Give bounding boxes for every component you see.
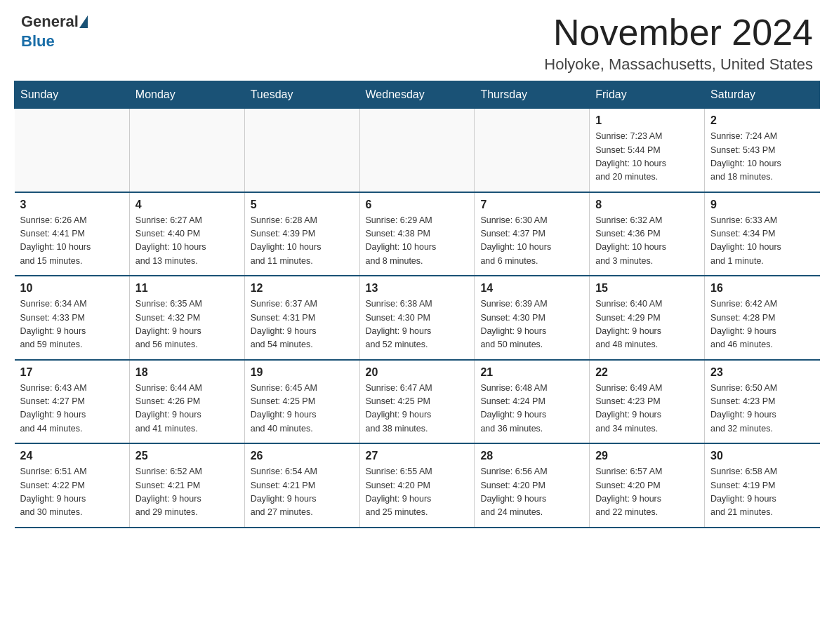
day-number: 3	[20, 199, 124, 211]
day-info: Sunrise: 6:52 AM Sunset: 4:21 PM Dayligh…	[135, 465, 239, 520]
day-info: Sunrise: 6:35 AM Sunset: 4:32 PM Dayligh…	[135, 297, 239, 352]
calendar-cell: 26Sunrise: 6:54 AM Sunset: 4:21 PM Dayli…	[244, 443, 359, 528]
day-info: Sunrise: 6:30 AM Sunset: 4:37 PM Dayligh…	[480, 214, 583, 269]
week-row-2: 3Sunrise: 6:26 AM Sunset: 4:41 PM Daylig…	[15, 192, 820, 276]
week-row-1: 1Sunrise: 7:23 AM Sunset: 5:44 PM Daylig…	[15, 109, 820, 192]
day-number: 11	[135, 282, 239, 295]
day-info: Sunrise: 6:26 AM Sunset: 4:41 PM Dayligh…	[20, 214, 124, 269]
day-info: Sunrise: 6:50 AM Sunset: 4:23 PM Dayligh…	[710, 382, 814, 436]
calendar-cell: 29Sunrise: 6:57 AM Sunset: 4:20 PM Dayli…	[590, 443, 705, 528]
header-row: SundayMondayTuesdayWednesdayThursdayFrid…	[15, 81, 820, 109]
day-number: 23	[710, 366, 814, 379]
calendar-cell	[359, 109, 475, 192]
day-info: Sunrise: 6:58 AM Sunset: 4:19 PM Dayligh…	[710, 465, 814, 520]
day-info: Sunrise: 6:39 AM Sunset: 4:30 PM Dayligh…	[480, 297, 583, 352]
calendar-cell: 12Sunrise: 6:37 AM Sunset: 4:31 PM Dayli…	[244, 276, 359, 360]
day-info: Sunrise: 6:54 AM Sunset: 4:21 PM Dayligh…	[251, 465, 354, 520]
calendar-cell: 16Sunrise: 6:42 AM Sunset: 4:28 PM Dayli…	[705, 276, 820, 360]
header-day-tuesday: Tuesday	[244, 81, 359, 109]
day-number: 14	[480, 282, 583, 295]
day-number: 5	[251, 199, 354, 211]
day-number: 10	[20, 282, 124, 295]
day-info: Sunrise: 6:44 AM Sunset: 4:26 PM Dayligh…	[135, 382, 239, 436]
header-day-monday: Monday	[129, 81, 244, 109]
calendar-cell: 22Sunrise: 6:49 AM Sunset: 4:23 PM Dayli…	[590, 360, 705, 444]
calendar-header: SundayMondayTuesdayWednesdayThursdayFrid…	[15, 81, 820, 109]
day-info: Sunrise: 6:28 AM Sunset: 4:39 PM Dayligh…	[251, 214, 354, 269]
calendar-cell: 14Sunrise: 6:39 AM Sunset: 4:30 PM Dayli…	[475, 276, 590, 360]
week-row-4: 17Sunrise: 6:43 AM Sunset: 4:27 PM Dayli…	[15, 360, 820, 444]
calendar-cell: 9Sunrise: 6:33 AM Sunset: 4:34 PM Daylig…	[705, 192, 820, 276]
calendar-cell: 3Sunrise: 6:26 AM Sunset: 4:41 PM Daylig…	[15, 192, 130, 276]
calendar-cell: 2Sunrise: 7:24 AM Sunset: 5:43 PM Daylig…	[705, 109, 820, 192]
day-info: Sunrise: 6:27 AM Sunset: 4:40 PM Dayligh…	[135, 214, 239, 269]
day-number: 15	[595, 282, 699, 295]
header-day-wednesday: Wednesday	[359, 81, 475, 109]
day-number: 7	[480, 199, 583, 211]
day-info: Sunrise: 6:48 AM Sunset: 4:24 PM Dayligh…	[480, 382, 583, 436]
day-info: Sunrise: 6:33 AM Sunset: 4:34 PM Dayligh…	[710, 214, 814, 269]
day-number: 25	[135, 450, 239, 462]
calendar-cell: 6Sunrise: 6:29 AM Sunset: 4:38 PM Daylig…	[359, 192, 475, 276]
calendar-cell: 15Sunrise: 6:40 AM Sunset: 4:29 PM Dayli…	[590, 276, 705, 360]
day-number: 16	[710, 282, 814, 295]
day-number: 17	[20, 366, 124, 379]
logo-blue-text: Blue	[21, 32, 55, 51]
calendar-cell: 11Sunrise: 6:35 AM Sunset: 4:32 PM Dayli…	[129, 276, 244, 360]
day-info: Sunrise: 6:57 AM Sunset: 4:20 PM Dayligh…	[595, 465, 699, 520]
day-number: 13	[366, 282, 469, 295]
day-number: 29	[595, 450, 699, 462]
calendar-cell: 10Sunrise: 6:34 AM Sunset: 4:33 PM Dayli…	[15, 276, 130, 360]
header-day-friday: Friday	[590, 81, 705, 109]
calendar-cell: 5Sunrise: 6:28 AM Sunset: 4:39 PM Daylig…	[244, 192, 359, 276]
calendar-cell: 21Sunrise: 6:48 AM Sunset: 4:24 PM Dayli…	[475, 360, 590, 444]
day-info: Sunrise: 6:45 AM Sunset: 4:25 PM Dayligh…	[251, 382, 354, 436]
week-row-3: 10Sunrise: 6:34 AM Sunset: 4:33 PM Dayli…	[15, 276, 820, 360]
header-day-saturday: Saturday	[705, 81, 820, 109]
day-number: 2	[710, 114, 814, 127]
day-info: Sunrise: 6:38 AM Sunset: 4:30 PM Dayligh…	[366, 297, 469, 352]
calendar-cell: 24Sunrise: 6:51 AM Sunset: 4:22 PM Dayli…	[15, 443, 130, 528]
day-info: Sunrise: 6:51 AM Sunset: 4:22 PM Dayligh…	[20, 465, 124, 520]
calendar-cell: 27Sunrise: 6:55 AM Sunset: 4:20 PM Dayli…	[359, 443, 475, 528]
day-info: Sunrise: 6:43 AM Sunset: 4:27 PM Dayligh…	[20, 382, 124, 436]
day-info: Sunrise: 6:47 AM Sunset: 4:25 PM Dayligh…	[366, 382, 469, 436]
day-info: Sunrise: 7:23 AM Sunset: 5:44 PM Dayligh…	[595, 130, 699, 185]
day-number: 26	[251, 450, 354, 462]
calendar-cell	[15, 109, 130, 192]
day-info: Sunrise: 6:42 AM Sunset: 4:28 PM Dayligh…	[710, 297, 814, 352]
day-info: Sunrise: 6:49 AM Sunset: 4:23 PM Dayligh…	[595, 382, 699, 436]
calendar-cell: 17Sunrise: 6:43 AM Sunset: 4:27 PM Dayli…	[15, 360, 130, 444]
day-number: 12	[251, 282, 354, 295]
calendar-cell: 23Sunrise: 6:50 AM Sunset: 4:23 PM Dayli…	[705, 360, 820, 444]
calendar-table: SundayMondayTuesdayWednesdayThursdayFrid…	[14, 81, 820, 528]
day-info: Sunrise: 6:55 AM Sunset: 4:20 PM Dayligh…	[366, 465, 469, 520]
calendar-cell: 7Sunrise: 6:30 AM Sunset: 4:37 PM Daylig…	[475, 192, 590, 276]
day-number: 27	[366, 450, 469, 462]
day-number: 21	[480, 366, 583, 379]
day-number: 18	[135, 366, 239, 379]
day-number: 19	[251, 366, 354, 379]
logo-general-text: General	[21, 13, 79, 31]
day-number: 1	[595, 114, 699, 127]
calendar-wrapper: SundayMondayTuesdayWednesdayThursdayFrid…	[0, 81, 834, 542]
calendar-cell: 20Sunrise: 6:47 AM Sunset: 4:25 PM Dayli…	[359, 360, 475, 444]
day-info: Sunrise: 6:37 AM Sunset: 4:31 PM Dayligh…	[251, 297, 354, 352]
day-number: 20	[366, 366, 469, 379]
day-number: 28	[480, 450, 583, 462]
location-subtitle: Holyoke, Massachusetts, United States	[544, 55, 813, 74]
header-day-thursday: Thursday	[475, 81, 590, 109]
month-title: November 2024	[544, 13, 813, 53]
logo-triangle-icon	[79, 15, 88, 28]
day-info: Sunrise: 6:56 AM Sunset: 4:20 PM Dayligh…	[480, 465, 583, 520]
day-number: 9	[710, 199, 814, 211]
calendar-cell: 8Sunrise: 6:32 AM Sunset: 4:36 PM Daylig…	[590, 192, 705, 276]
calendar-cell: 19Sunrise: 6:45 AM Sunset: 4:25 PM Dayli…	[244, 360, 359, 444]
calendar-cell: 1Sunrise: 7:23 AM Sunset: 5:44 PM Daylig…	[590, 109, 705, 192]
calendar-body: 1Sunrise: 7:23 AM Sunset: 5:44 PM Daylig…	[15, 109, 820, 528]
title-section: November 2024 Holyoke, Massachusetts, Un…	[544, 13, 813, 74]
logo: General Blue	[21, 13, 88, 51]
week-row-5: 24Sunrise: 6:51 AM Sunset: 4:22 PM Dayli…	[15, 443, 820, 528]
page-header: General Blue November 2024 Holyoke, Mass…	[0, 0, 834, 81]
calendar-cell: 25Sunrise: 6:52 AM Sunset: 4:21 PM Dayli…	[129, 443, 244, 528]
